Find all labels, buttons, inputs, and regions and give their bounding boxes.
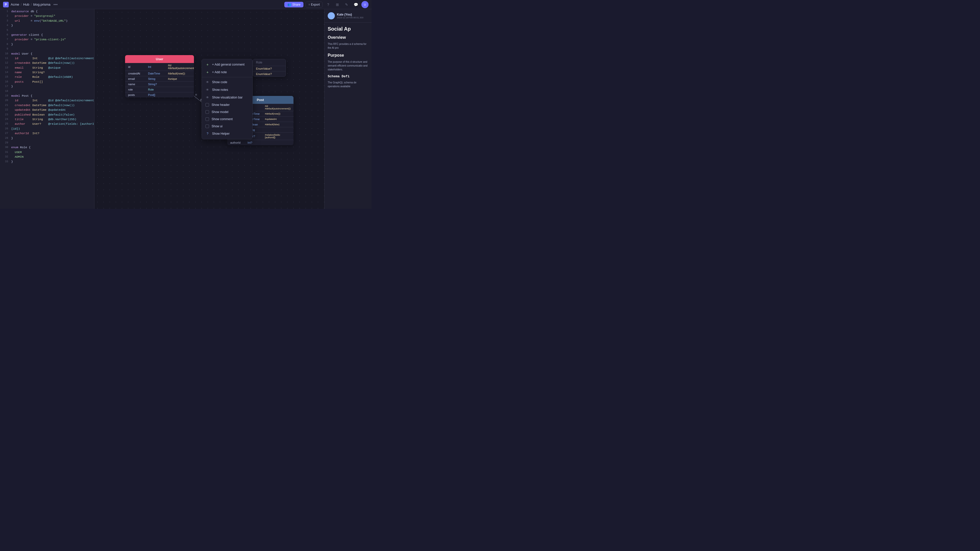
app-icon: P: [3, 2, 9, 7]
chat-schema-text: The GraphQL schema de operations availab…: [328, 81, 369, 88]
code-line: 16 posts Post[]: [0, 79, 94, 84]
user-table[interactable]: User id Int #id #default(autoincrement()…: [125, 55, 194, 97]
help-button[interactable]: ?: [325, 1, 332, 8]
show-notes-label: Show notes: [212, 88, 228, 92]
more-options-button[interactable]: •••: [52, 2, 59, 8]
breadcrumb: Acme / Hub / blog.prisma: [11, 3, 51, 6]
code-line: 25 author User? @relation(fields: [autho…: [0, 122, 94, 126]
eye-icon-code: 👁: [205, 80, 210, 84]
add-comment-icon: +: [205, 62, 210, 67]
role-enum-table[interactable]: Role EnumValue? EnumValue?: [253, 59, 286, 77]
chat-header: Kate (You) 2023-11-20T08:48:01.300: [325, 9, 372, 23]
table-row: email String #unique: [125, 76, 194, 82]
avatar[interactable]: U: [361, 1, 369, 8]
eye-icon-viz: 👁: [205, 95, 210, 100]
table-row: authorId Int?: [227, 140, 293, 145]
show-model-item[interactable]: Show model: [202, 108, 252, 116]
code-line: 20 id Int @id @default(autoincrement()): [0, 98, 94, 103]
enum-row: EnumValue?: [253, 71, 286, 76]
code-line: 31 USER: [0, 150, 94, 155]
code-line: 27 authorId Int?: [0, 131, 94, 136]
chat-user-name: Kate (You): [337, 13, 363, 16]
code-line: 24 title String @db.VarChar(255): [0, 117, 94, 122]
code-line: 3 url = env("DATABASE_URL"): [0, 19, 94, 23]
chat-purpose-heading: Purpose: [328, 52, 369, 59]
code-line: 12 createdAt DateTime @default(now()): [0, 61, 94, 65]
show-comment-item[interactable]: Show comment: [202, 116, 252, 123]
check-model: [205, 110, 209, 114]
breadcrumb-sep-1: /: [21, 3, 22, 6]
user-table-header: User: [125, 55, 194, 63]
add-note-label: + Add note: [212, 70, 227, 74]
check-header: [205, 103, 209, 106]
show-visualization-item[interactable]: 👁 Show visualization bar: [202, 94, 252, 101]
code-line: 19model Post {: [0, 94, 94, 98]
chat-timestamp: 2023-11-20T08:48:01.300: [337, 16, 363, 19]
code-line: 13 email String @unique: [0, 65, 94, 70]
show-code-item[interactable]: 👁 Show code: [202, 78, 252, 86]
check-comment: [205, 118, 209, 121]
share-icon: 👥: [287, 3, 291, 6]
code-line: 26[id]): [0, 127, 94, 131]
add-general-comment-item[interactable]: + + Add general comment: [202, 61, 252, 68]
code-line: 8}: [0, 42, 94, 47]
context-menu[interactable]: + + Add general comment + + Add note 👁 S…: [202, 59, 253, 139]
chat-main-heading: Social Ap: [328, 26, 369, 32]
show-comment-label: Show comment: [212, 118, 233, 121]
code-line: 5: [0, 28, 94, 33]
code-line: 15 role Role @default(USER): [0, 75, 94, 79]
layout-button[interactable]: ⊞: [334, 1, 341, 8]
code-line: 28}: [0, 136, 94, 141]
export-icon: ↑: [308, 3, 310, 6]
settings-button[interactable]: ✎: [343, 1, 350, 8]
enum-row: EnumValue?: [253, 66, 286, 71]
code-line: 4}: [0, 23, 94, 28]
table-row: createdAt DateTime #default(now()): [125, 71, 194, 76]
show-visualization-label: Show visualization bar: [212, 96, 242, 99]
code-line: 17}: [0, 84, 94, 89]
code-line: 33}: [0, 159, 94, 164]
export-button[interactable]: ↑ Export: [305, 2, 323, 8]
breadcrumb-hub[interactable]: Hub: [23, 3, 29, 6]
topbar-left: P Acme / Hub / blog.prisma •••: [3, 2, 59, 8]
code-line: 2 provider = "postgresql": [0, 14, 94, 18]
eye-icon-notes: 👁: [205, 88, 210, 92]
main: 1datasource db {2 provider = "postgresql…: [0, 9, 372, 209]
share-button[interactable]: 👥 Share: [284, 2, 304, 7]
show-header-label: Show header: [212, 103, 230, 106]
code-line: 10model User {: [0, 52, 94, 56]
check-ui: [205, 124, 209, 128]
add-note-item[interactable]: + + Add note: [202, 68, 252, 76]
chat-overview-heading: Overview: [328, 35, 369, 41]
code-line: 22 updatedAt DateTime @updatedAt: [0, 108, 94, 112]
code-line: 14 name String?: [0, 70, 94, 75]
code-line: 6generator client {: [0, 33, 94, 37]
question-icon: ?: [205, 132, 210, 136]
breadcrumb-file[interactable]: blog.prisma: [33, 3, 50, 6]
canvas-area[interactable]: User id Int #id #default(autoincrement()…: [94, 9, 372, 209]
breadcrumb-acme[interactable]: Acme: [11, 3, 19, 6]
chat-user-info: Kate (You) 2023-11-20T08:48:01.300: [337, 13, 363, 19]
chat-schema-heading: Schema Defi: [328, 74, 369, 79]
breadcrumb-sep-2: /: [31, 3, 32, 6]
show-code-label: Show code: [212, 80, 227, 84]
show-model-label: Show model: [212, 110, 228, 114]
chat-purpose-text: The purpose of this d structure and sema…: [328, 60, 369, 71]
chat-avatar: [328, 12, 335, 19]
chat-button[interactable]: 💬: [352, 1, 360, 8]
show-notes-item[interactable]: 👁 Show notes: [202, 86, 252, 94]
code-line: 9: [0, 47, 94, 51]
table-row: name String?: [125, 82, 194, 87]
code-line: 29: [0, 141, 94, 145]
show-header-item[interactable]: Show header: [202, 101, 252, 108]
code-line: 7 provider = "prisma-client-js": [0, 37, 94, 42]
role-enum-header: Role: [253, 59, 286, 66]
code-line: 30enum Role {: [0, 145, 94, 150]
code-line: 18: [0, 89, 94, 94]
show-ui-item[interactable]: Show ui: [202, 123, 252, 130]
show-helper-item[interactable]: ? Show Helper: [202, 130, 252, 138]
show-helper-label: Show Helper: [212, 132, 230, 135]
table-row: posts Post[]: [125, 92, 194, 97]
code-line: 23 published Boolean @default(false): [0, 113, 94, 117]
table-row: id Int #id #default(autoincrement()): [125, 63, 194, 71]
